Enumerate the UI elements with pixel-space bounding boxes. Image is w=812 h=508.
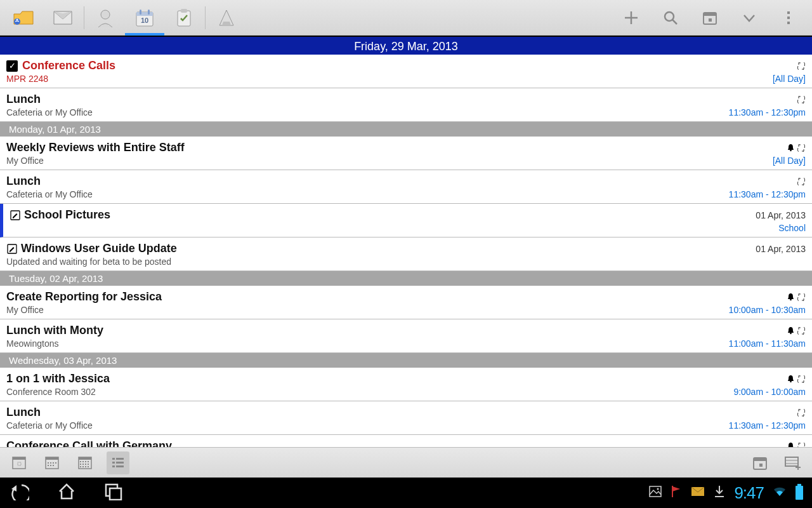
svg-rect-48 (88, 466, 89, 467)
checkbox-icon[interactable]: ✓ (6, 60, 18, 72)
event-row[interactable]: Lunch with MontyMeowingtons11:00am - 11:… (0, 319, 812, 353)
event-location: My Office (6, 156, 44, 166)
svg-rect-8 (181, 9, 187, 13)
event-row[interactable]: Windows User Guide Update01 Apr, 2013Upd… (0, 237, 812, 271)
overflow-menu-button[interactable] (769, 0, 808, 36)
event-indicators (797, 177, 806, 186)
event-title: Lunch with Monty (6, 324, 103, 337)
event-indicators (797, 95, 806, 104)
svg-point-19 (790, 299, 792, 301)
tasks-tab[interactable] (164, 0, 204, 36)
recents-button[interactable] (104, 483, 123, 503)
event-title: School Pictures (24, 208, 110, 222)
event-location: Conference Room 302 (6, 387, 96, 397)
calendar-tab[interactable]: 10 (125, 0, 164, 36)
svg-text:10: 10 (141, 17, 148, 24)
svg-rect-36 (79, 457, 91, 460)
svg-rect-33 (50, 465, 51, 466)
svg-rect-38 (82, 461, 84, 462)
month-view-button[interactable] (74, 451, 96, 474)
svg-rect-25 (18, 462, 21, 465)
svg-rect-34 (53, 465, 54, 466)
recurring-icon (797, 177, 806, 186)
goto-date-button[interactable] (749, 451, 771, 474)
recurring-icon (797, 375, 806, 384)
reminder-icon (786, 442, 795, 448)
recurring-icon (797, 62, 806, 70)
event-title: Lunch (6, 175, 41, 188)
event-row[interactable]: School Pictures01 Apr, 2013School (0, 204, 812, 237)
event-category: School (778, 223, 806, 233)
event-location: My Office (6, 305, 44, 315)
svg-rect-53 (112, 465, 115, 467)
event-title: Conference Calls (22, 59, 115, 72)
event-time: 11:30am - 12:30pm (729, 189, 806, 199)
agenda-view-button[interactable] (107, 451, 129, 474)
event-row[interactable]: Weekly Reviews with Entire StaffMy Offic… (0, 137, 812, 170)
bottom-toolbar (0, 447, 812, 478)
svg-rect-3 (136, 12, 153, 16)
add-button[interactable] (612, 0, 651, 36)
event-row[interactable]: LunchCafeteria or My Office11:30am - 12:… (0, 170, 812, 204)
goto-today-button[interactable] (690, 0, 730, 36)
reminder-icon (786, 293, 795, 302)
folders-tab[interactable] (4, 0, 43, 36)
search-button[interactable] (651, 0, 690, 36)
event-title: Conference Call with Germany (6, 439, 172, 447)
event-row[interactable]: LunchCafeteria or My Office11:30am - 12:… (0, 88, 812, 122)
week-view-button[interactable] (41, 451, 63, 474)
wifi-icon (773, 486, 787, 500)
event-title: Create Reporting for Jessica (6, 290, 162, 304)
event-title: Windows User Guide Update (21, 242, 177, 255)
task-icon (6, 243, 18, 255)
event-row[interactable]: LunchCafeteria or My Office11:30am - 12:… (0, 401, 812, 435)
svg-rect-29 (50, 462, 51, 464)
home-button[interactable] (57, 483, 76, 503)
dropdown-button[interactable] (730, 0, 769, 36)
event-location: Cafeteria or My Office (6, 420, 93, 431)
svg-rect-45 (80, 466, 81, 467)
status-clock: 9:47 (734, 483, 764, 503)
svg-point-1 (101, 10, 110, 19)
svg-rect-52 (116, 462, 124, 464)
event-location: MPR 2248 (6, 74, 48, 84)
event-indicators (797, 62, 806, 70)
event-row[interactable]: 1 on 1 with JessicaConference Room 3029:… (0, 368, 812, 401)
agenda-list[interactable]: ✓Conference CallsMPR 2248[All Day]LunchC… (0, 55, 812, 447)
svg-rect-44 (88, 464, 89, 465)
svg-rect-49 (112, 458, 115, 460)
event-title: 1 on 1 with Jessica (6, 372, 110, 385)
event-time: 10:00am - 10:30am (729, 305, 806, 315)
event-indicators (797, 408, 806, 417)
svg-rect-60 (110, 488, 121, 500)
status-tray[interactable]: 9:47 (649, 483, 803, 503)
event-date: 01 Apr, 2013 (756, 244, 806, 254)
event-indicators (786, 442, 806, 448)
download-icon (714, 485, 725, 500)
event-row[interactable]: ✓Conference CallsMPR 2248[All Day] (0, 55, 812, 88)
recurring-icon (797, 293, 806, 302)
svg-rect-58 (785, 457, 798, 466)
notes-tab[interactable] (207, 0, 246, 36)
event-location: Updated and waiting for beta to be poste… (6, 257, 171, 267)
reminder-icon (786, 326, 795, 335)
event-indicators (786, 326, 806, 335)
contacts-tab[interactable] (86, 0, 125, 36)
event-row[interactable]: Create Reporting for JessicaMy Office10:… (0, 286, 812, 319)
event-row[interactable]: Conference Call with Germany (0, 435, 812, 447)
svg-rect-47 (85, 466, 86, 467)
mail-notification-icon (691, 486, 705, 499)
svg-rect-4 (140, 10, 141, 15)
recurring-icon (797, 442, 806, 448)
new-event-button[interactable] (782, 451, 804, 474)
mail-tab[interactable] (43, 0, 82, 36)
svg-rect-41 (80, 464, 81, 465)
day-view-button[interactable] (8, 451, 30, 474)
reminder-icon (786, 144, 795, 152)
event-time: 11:30am - 12:30pm (729, 107, 806, 117)
svg-rect-39 (85, 461, 86, 462)
event-time: [All Day] (773, 74, 806, 84)
back-button[interactable] (9, 483, 29, 503)
svg-rect-40 (88, 461, 89, 462)
svg-rect-51 (112, 462, 115, 464)
